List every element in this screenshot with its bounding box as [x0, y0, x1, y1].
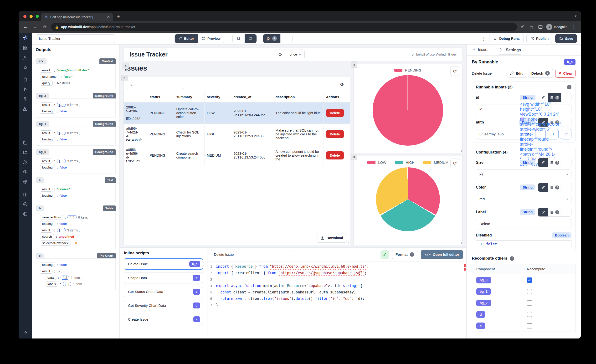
component-badge[interactable]: bg_2	[476, 300, 491, 306]
delete-row-button[interactable]: Delete	[326, 151, 344, 159]
chart-refresh-icon[interactable]: ⟳	[450, 66, 460, 76]
table-search-input[interactable]	[127, 80, 184, 89]
recompute-checkbox[interactable]: ✓	[527, 277, 532, 283]
legend-item[interactable]: PENDING	[394, 68, 421, 72]
boolean-code-editor[interactable]: 1false	[476, 240, 571, 248]
maximize-window-button[interactable]	[36, 15, 39, 18]
component-chip-b[interactable]: b	[121, 75, 127, 81]
password-key-icon[interactable]	[521, 25, 525, 29]
output-section-key[interactable]: bg_0	[36, 149, 49, 155]
output-key[interactable]: loading	[40, 262, 55, 267]
field-text-input[interactable]: Delete	[476, 219, 571, 229]
refresh-mode-select[interactable]: once▾	[286, 50, 305, 59]
sidebar-item-eye[interactable]	[22, 169, 28, 175]
tab-settings[interactable]: Settings	[499, 48, 521, 55]
code-editor[interactable]: 1import { Resource } from "https://deno.…	[207, 261, 466, 339]
expand-pill[interactable]: {...}	[67, 215, 76, 219]
publish-button[interactable]: Publish	[526, 34, 552, 43]
plus-resource-button[interactable]: +	[548, 129, 559, 140]
output-key[interactable]: result	[40, 187, 52, 192]
table-row[interactable]: a8d96- 7-4d2d- 4- e4143b8faPENDINGCheck …	[124, 124, 350, 145]
new-tab-button[interactable]: +	[117, 13, 120, 20]
sidebar-item-user[interactable]	[22, 55, 28, 60]
component-badge[interactable]: c	[476, 323, 485, 329]
sidebar-item-folder[interactable]	[22, 149, 28, 155]
close-tab-icon[interactable]: ✕	[107, 15, 110, 19]
address-bar[interactable]: 🔒 app.windmill.dev/apps/edit/u/user/issu…	[51, 23, 517, 31]
reload-icon[interactable]: ⟳	[41, 24, 48, 30]
inline-script-item[interactable]: Create Issuer	[124, 314, 203, 325]
sidebar-item-apps-grid[interactable]	[22, 45, 28, 51]
delete-row-button[interactable]: Delete	[326, 130, 344, 138]
inline-script-item[interactable]: Get Status Chart Datac	[124, 286, 203, 297]
template-mode-button[interactable]	[538, 158, 548, 167]
sidebar-item-blocks[interactable]	[22, 106, 28, 111]
static-mode-button[interactable]: i	[548, 158, 561, 167]
table-column-header[interactable]	[124, 91, 147, 103]
output-key[interactable]: result	[40, 228, 52, 233]
script-name-input[interactable]	[211, 250, 291, 259]
static-mode-button[interactable]: i	[548, 208, 561, 216]
tab-insert[interactable]: +Insert	[473, 47, 488, 55]
edit-runnable-button[interactable]: Edit	[507, 69, 526, 78]
desktop-view-button[interactable]	[245, 34, 257, 43]
expand-pill[interactable]: [...]	[63, 282, 71, 286]
table-row[interactable]: a0553- e-4d56- d- f7d5c3c2PENDINGCreate …	[124, 145, 350, 166]
collapse-arrow-icon[interactable]	[22, 330, 28, 336]
table-column-header[interactable]: created_at	[231, 91, 273, 103]
output-section-key[interactable]: bg_2	[36, 93, 49, 98]
delete-row-button[interactable]: Delete	[326, 109, 344, 117]
table-column-header[interactable]: severity	[204, 91, 231, 103]
field-select[interactable]: xs▾	[476, 169, 571, 179]
sidebar-item-discord[interactable]	[22, 201, 28, 207]
output-key[interactable]: query	[40, 81, 53, 86]
forward-icon[interactable]: →	[32, 24, 38, 30]
save-button[interactable]: Save	[555, 34, 577, 43]
table-column-header[interactable]: summary	[174, 91, 204, 103]
browser-tab[interactable]: Edit App u/user/issue-tracker | ✕	[41, 13, 113, 21]
format-button[interactable]: Format i	[392, 250, 418, 259]
output-section-key[interactable]: b	[36, 206, 44, 211]
sidebar-item-github[interactable]	[22, 211, 28, 217]
debug-runs-button[interactable]: Debug Runs	[489, 34, 523, 43]
chart-refresh-icon[interactable]: ⟳	[450, 158, 460, 168]
sidebar-item-star[interactable]	[22, 65, 28, 70]
mobile-view-button[interactable]	[233, 34, 245, 43]
sidebar-item-dollar[interactable]	[22, 96, 28, 102]
recompute-checkbox[interactable]	[527, 300, 532, 306]
output-key[interactable]: loading	[40, 109, 55, 114]
refresh-resource-button[interactable]: ⟳	[561, 129, 571, 140]
text-component[interactable]: a Issues	[124, 64, 350, 74]
table-column-header[interactable]: description	[273, 91, 323, 103]
output-section-key[interactable]: c	[36, 253, 44, 258]
template-mode-button[interactable]	[538, 93, 548, 102]
download-button[interactable]: Download	[317, 233, 347, 243]
inline-script-item[interactable]: Delete Issueb_a	[124, 258, 203, 270]
recompute-checkbox[interactable]	[527, 312, 532, 317]
connect-output-button[interactable]: →	[561, 208, 571, 216]
table-component[interactable]: b ⟳ statussummaryseveritycreated_atd	[124, 77, 350, 245]
expand-pill[interactable]: [...]	[57, 131, 66, 135]
expand-pill[interactable]: [...]	[57, 103, 66, 107]
inline-script-item[interactable]: Shape Datab	[124, 272, 203, 283]
legend-item[interactable]: HIGH	[395, 160, 415, 164]
expand-pill[interactable]: [...]	[57, 159, 66, 163]
connect-output-button[interactable]: →	[561, 158, 571, 167]
output-key[interactable]: result	[40, 269, 52, 274]
component-badge[interactable]: d	[476, 311, 485, 318]
output-key[interactable]: result	[40, 102, 52, 107]
sidebar-item-users[interactable]	[22, 159, 28, 165]
pencil-resource-button[interactable]: <svg width="16" height="16" viewBox="0 0…	[535, 129, 546, 140]
minimize-window-button[interactable]	[30, 15, 33, 18]
tab-search-chevron-icon[interactable]: ▾	[575, 14, 576, 18]
connect-output-button[interactable]: →	[561, 183, 571, 192]
connect-output-button[interactable]: →	[561, 118, 571, 126]
refresh-app-icon[interactable]: ⟳	[275, 50, 286, 59]
component-chip-c[interactable]: c	[351, 61, 357, 68]
more-menu-icon[interactable]: ⋮	[481, 36, 486, 41]
output-key[interactable]: selectedRowIndex	[40, 240, 71, 245]
back-icon[interactable]: ←	[22, 24, 29, 30]
recompute-checkbox[interactable]	[527, 289, 532, 294]
output-section-key[interactable]: ctx	[36, 58, 46, 64]
component-chip-d[interactable]: d	[351, 154, 357, 160]
